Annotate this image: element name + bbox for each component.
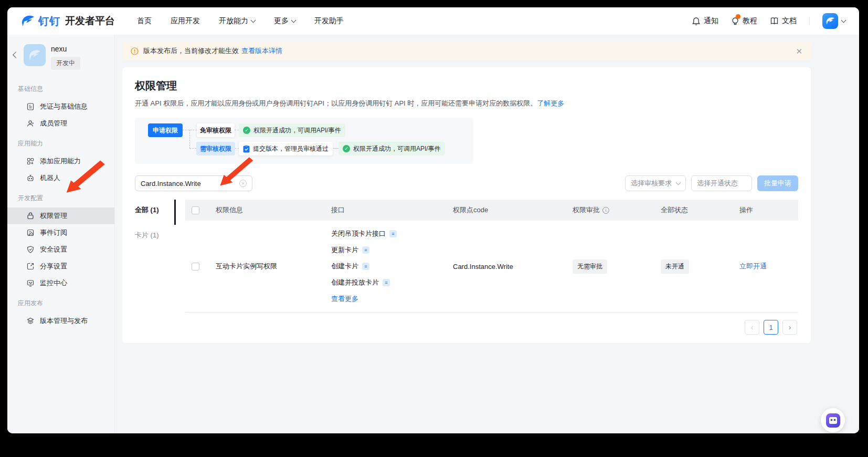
flow-connector (235, 130, 239, 130)
tutorial-button[interactable]: 教程 (731, 16, 757, 26)
grid-plus-icon (26, 157, 35, 165)
category-tabs: 全部 (1) 卡片 (1) (135, 200, 185, 343)
current-page-button[interactable]: 1 (764, 320, 778, 335)
sidebar-item-members[interactable]: 成员管理 (7, 115, 114, 132)
info-icon[interactable]: i (602, 207, 609, 214)
brand-logo[interactable]: 钉钉 开发者平台 (21, 14, 115, 28)
permission-search-input[interactable]: Card.Instance.Write ✕ (135, 175, 252, 191)
docs-button[interactable]: 文档 (770, 16, 797, 26)
rss-icon (26, 228, 35, 237)
nav-item-home[interactable]: 首页 (137, 16, 152, 26)
sidebar-item-credentials[interactable]: 凭证与基础信息 (7, 98, 114, 115)
check-circle-icon: ✓ (343, 145, 350, 152)
flow-success-node-2: ✓ 权限开通成功，可调用API/事件 (338, 142, 445, 155)
notifications-button[interactable]: 通知 (692, 16, 718, 26)
permission-name: 互动卡片实例写权限 (209, 262, 325, 271)
divider (809, 17, 810, 25)
api-doc-icon[interactable]: ≡ (362, 263, 369, 270)
next-page-button[interactable]: › (782, 320, 797, 335)
row-checkbox[interactable] (192, 263, 199, 271)
nav-item-app-dev[interactable]: 应用开发 (171, 16, 200, 26)
nav-item-more[interactable]: 更多 (274, 16, 295, 26)
nav-item-dev-assistant[interactable]: 开发助手 (314, 16, 344, 26)
batch-apply-button[interactable]: 批量申请 (757, 175, 798, 191)
back-chevron-icon[interactable] (13, 51, 19, 58)
status-badge: 未开通 (661, 259, 689, 274)
top-navbar: 钉钉 开发者平台 首页 应用开发 开放能力 更多 开发助手 通知 教程 (7, 7, 859, 35)
close-icon[interactable]: ✕ (796, 47, 802, 55)
sidebar-item-share[interactable]: 分享设置 (7, 258, 114, 275)
sidebar-item-add-capability[interactable]: 添加应用能力 (7, 153, 114, 170)
header-code: 权限点code (447, 205, 566, 215)
flow-connector (333, 148, 338, 149)
api-list: 关闭吊顶卡片接口≡ 更新卡片≡ 创建卡片≡ 创建并投 (331, 229, 397, 304)
dingtalk-bird-icon (21, 15, 35, 27)
prev-page-button[interactable]: ‹ (745, 320, 759, 335)
user-icon (26, 119, 35, 128)
nav-item-open-capability[interactable]: 开放能力 (219, 16, 255, 26)
header-info: 权限信息 (209, 205, 325, 215)
sidebar-group-release: 应用发布 (7, 299, 114, 313)
clipboard-check-icon (243, 145, 250, 153)
notification-dot (736, 14, 740, 19)
view-more-link[interactable]: 查看更多 (331, 294, 397, 304)
chevron-down-icon (291, 17, 297, 23)
select-all-checkbox[interactable] (192, 206, 199, 214)
review-requirement-select[interactable]: 选择审核要求 (625, 175, 686, 191)
check-circle-icon: ✓ (243, 127, 250, 134)
sidebar: nexu 开发中 基础信息 凭证与基础信息 成员管理 应用能力 添加应用能力 机… (7, 35, 115, 433)
sidebar-group-basic-info: 基础信息 (7, 85, 114, 98)
sidebar-item-monitor[interactable]: 监控中心 (7, 275, 114, 292)
page-title: 权限管理 (135, 79, 798, 93)
version-notice-banner: 版本发布后，当前修改才能生效 查看版本详情 ✕ (122, 42, 811, 60)
review-badge: 无需审批 (573, 259, 607, 274)
credential-icon (26, 102, 35, 111)
sidebar-item-event-subscription[interactable]: 事件订阅 (7, 224, 114, 241)
chevron-down-icon (841, 17, 846, 23)
view-version-link[interactable]: 查看版本详情 (241, 46, 282, 56)
permissions-table: 权限信息 接口 权限点code 权限审批 i 全部状态 操作 (185, 200, 798, 343)
permission-flow-diagram: 申请权限 免审核权限 ✓ 权限开通成功，可调用API/事件 需审核权限 提交版本… (135, 118, 473, 164)
app-status-badge: 开发中 (51, 57, 80, 70)
filter-toolbar: Card.Instance.Write ✕ 选择审核要求 选择开通状态 批量申请 (135, 175, 798, 191)
api-item: 更新卡片≡ (331, 245, 397, 255)
open-status-select[interactable]: 选择开通状态 (691, 175, 752, 191)
sidebar-group-capabilities: 应用能力 (7, 139, 114, 153)
table-header: 权限信息 接口 权限点code 权限审批 i 全部状态 操作 (185, 200, 798, 221)
sidebar-item-robot[interactable]: 机器人 (7, 170, 114, 186)
share-icon (26, 262, 35, 271)
avatar (822, 13, 838, 29)
api-item: 创建并投放卡片≡ (331, 278, 397, 287)
app-name: nexu (51, 45, 80, 53)
topbar-actions: 通知 教程 文档 (692, 13, 845, 29)
api-doc-icon[interactable]: ≡ (383, 279, 390, 286)
sidebar-item-version-release[interactable]: 版本管理与发布 (7, 313, 114, 329)
flow-apply-node: 申请权限 (148, 123, 183, 137)
pagination: ‹ 1 › (185, 313, 798, 343)
api-doc-icon[interactable]: ≡ (389, 230, 397, 237)
monitor-icon (26, 279, 35, 287)
top-nav-menu: 首页 应用开发 开放能力 更多 开发助手 (137, 16, 344, 26)
app-icon (24, 44, 46, 66)
tab-card[interactable]: 卡片 (1) (135, 231, 185, 240)
sidebar-item-security[interactable]: 安全设置 (7, 241, 114, 258)
chevron-down-icon (251, 17, 256, 23)
search-value: Card.Instance.Write (141, 180, 201, 188)
account-menu[interactable] (822, 13, 845, 29)
tab-all[interactable]: 全部 (1) (135, 205, 185, 215)
layers-icon (26, 317, 35, 325)
assistant-fab-button[interactable] (821, 408, 845, 432)
clear-icon[interactable]: ✕ (239, 180, 247, 187)
permissions-card: 权限管理 开通 API 权限后，应用才能以应用身份或用户身份调用钉钉API；以应… (122, 67, 811, 343)
learn-more-link[interactable]: 了解更多 (537, 99, 564, 107)
bell-icon (692, 17, 701, 26)
book-icon (770, 17, 779, 25)
chevron-down-icon (676, 180, 681, 185)
api-doc-icon[interactable]: ≡ (362, 246, 369, 254)
api-item: 关闭吊顶卡片接口≡ (331, 229, 397, 238)
sidebar-item-permissions[interactable]: 权限管理 (7, 207, 114, 224)
brand-title-text: 开发者平台 (65, 14, 115, 28)
open-now-link[interactable]: 立即开通 (739, 262, 767, 271)
flow-connector (189, 130, 190, 149)
header-api: 接口 (325, 205, 447, 215)
